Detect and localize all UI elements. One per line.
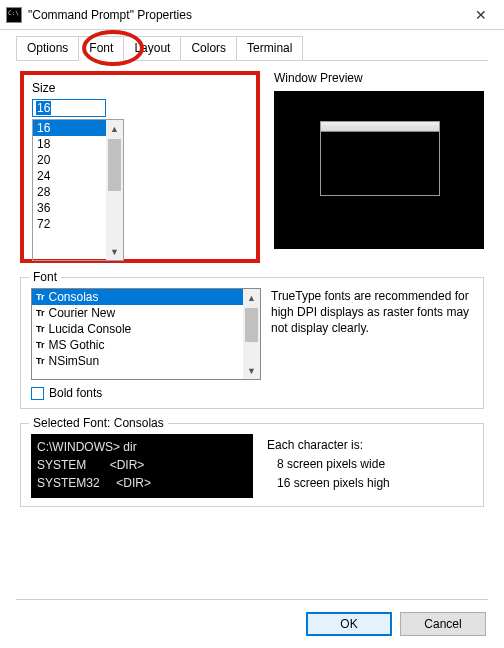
tab-strip: Options Font Layout Colors Terminal [16, 36, 488, 61]
font-group: Font TrConsolas TrCourier New TrLucida C… [20, 277, 484, 409]
font-option[interactable]: TrMS Gothic [32, 337, 243, 353]
bold-fonts-checkbox[interactable] [31, 387, 44, 400]
scroll-up-icon[interactable]: ▲ [243, 289, 260, 306]
titlebar: "Command Prompt" Properties ✕ [0, 0, 504, 30]
font-scrollbar[interactable]: ▲ ▼ [243, 289, 260, 379]
size-listbox[interactable]: 16 18 20 24 28 36 72 ▲ ▼ [32, 119, 124, 261]
truetype-icon: Tr [36, 340, 45, 350]
selected-font-legend: Selected Font: Consolas [29, 416, 168, 430]
tab-options[interactable]: Options [16, 36, 79, 60]
selected-font-group: Selected Font: Consolas C:\WINDOWS> dir … [20, 423, 484, 507]
truetype-icon: Tr [36, 292, 45, 302]
tab-colors[interactable]: Colors [180, 36, 237, 60]
cancel-button[interactable]: Cancel [400, 612, 486, 636]
size-option[interactable]: 72 [33, 216, 106, 232]
size-option[interactable]: 18 [33, 136, 106, 152]
window-preview [274, 91, 484, 249]
cmd-icon [6, 7, 22, 23]
font-legend: Font [29, 270, 61, 284]
close-button[interactable]: ✕ [458, 0, 504, 30]
font-option[interactable]: TrConsolas [32, 289, 243, 305]
size-scrollbar[interactable]: ▲ ▼ [106, 120, 123, 260]
bold-fonts-label: Bold fonts [49, 386, 102, 400]
preview-window-titlebar [321, 122, 439, 132]
scroll-thumb[interactable] [108, 139, 121, 191]
preview-label: Window Preview [274, 71, 484, 85]
scroll-thumb[interactable] [245, 308, 258, 342]
truetype-icon: Tr [36, 324, 45, 334]
preview-window [320, 121, 440, 196]
size-section-highlight: Size 16 16 18 20 24 28 36 72 ▲ [20, 71, 260, 263]
size-input[interactable]: 16 [32, 99, 106, 117]
divider [16, 599, 488, 600]
scroll-up-icon[interactable]: ▲ [106, 120, 123, 137]
scroll-down-icon[interactable]: ▼ [243, 362, 260, 379]
tab-layout[interactable]: Layout [123, 36, 181, 60]
size-option[interactable]: 28 [33, 184, 106, 200]
font-option[interactable]: TrNSimSun [32, 353, 243, 369]
size-option[interactable]: 20 [33, 152, 106, 168]
window-title: "Command Prompt" Properties [28, 8, 458, 22]
truetype-icon: Tr [36, 308, 45, 318]
size-option[interactable]: 16 [33, 120, 106, 136]
ok-button[interactable]: OK [306, 612, 392, 636]
size-option[interactable]: 36 [33, 200, 106, 216]
tab-font[interactable]: Font [78, 36, 124, 60]
scroll-down-icon[interactable]: ▼ [106, 243, 123, 260]
size-option[interactable]: 24 [33, 168, 106, 184]
font-sample: C:\WINDOWS> dir SYSTEM <DIR> SYSTEM32 <D… [31, 434, 253, 498]
font-listbox[interactable]: TrConsolas TrCourier New TrLucida Consol… [31, 288, 261, 380]
character-info: Each character is: 8 screen pixels wide … [267, 434, 473, 494]
font-option[interactable]: TrLucida Console [32, 321, 243, 337]
truetype-icon: Tr [36, 356, 45, 366]
font-description: TrueType fonts are recommended for high … [271, 288, 473, 380]
size-label: Size [32, 81, 248, 95]
font-option[interactable]: TrCourier New [32, 305, 243, 321]
tab-terminal[interactable]: Terminal [236, 36, 303, 60]
